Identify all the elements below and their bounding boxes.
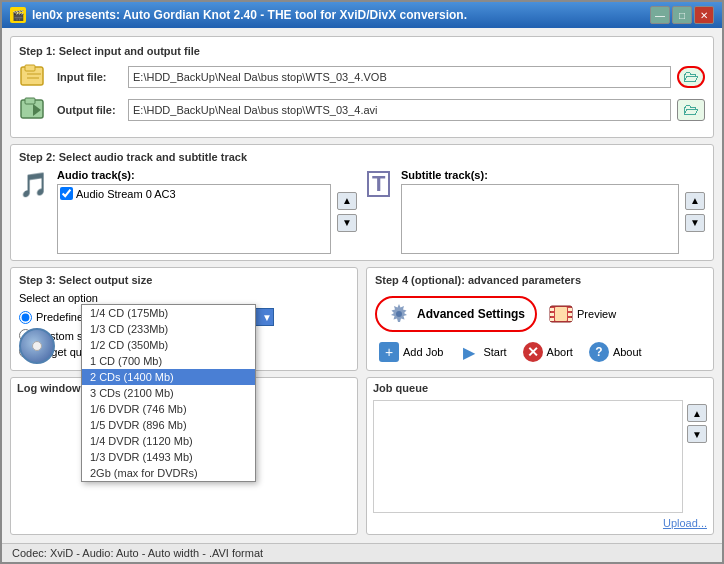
abort-button[interactable]: ✕ Abort: [519, 340, 577, 364]
add-job-label: Add Job: [403, 346, 443, 358]
output-browse-icon: 🗁: [683, 101, 699, 119]
input-file-field[interactable]: [128, 66, 671, 88]
svg-rect-11: [550, 318, 554, 321]
app-icon: 🎬: [10, 7, 26, 23]
step1-title: Step 1: Select input and output file: [19, 45, 705, 57]
subtitle-content: Subtitle track(s):: [401, 169, 679, 254]
subtitle-icon-area: T: [367, 169, 395, 254]
abort-icon: ✕: [523, 342, 543, 362]
audio-track-item: Audio Stream 0 AC3: [60, 187, 328, 200]
close-button[interactable]: ✕: [694, 6, 714, 24]
audio-tracks-label: Audio track(s):: [57, 169, 331, 181]
about-label: About: [613, 346, 642, 358]
queue-list[interactable]: [373, 400, 683, 513]
svg-rect-12: [568, 308, 572, 311]
upload-area: Upload...: [373, 516, 707, 530]
subtitle-tracks-label: Subtitle track(s):: [401, 169, 679, 181]
audio-content: Audio track(s): Audio Stream 0 AC3: [57, 169, 331, 254]
advanced-settings-button[interactable]: Advanced Settings: [375, 296, 537, 332]
disk-icon: [19, 328, 55, 364]
action-row: + Add Job ▶ Start ✕ Abort ? About: [375, 340, 705, 364]
dropdown-option-7[interactable]: 1/6 DVDR (746 Mb): [82, 401, 255, 417]
preview-button[interactable]: Preview: [545, 298, 620, 330]
dropdown-option-4[interactable]: 1 CD (700 Mb): [82, 353, 255, 369]
step3-sublabel: Select an option: [19, 292, 349, 304]
step1-section: Step 1: Select input and output file Inp…: [10, 36, 714, 138]
size-dropdown-overlay: 1/4 CD (175Mb) 1/3 CD (233Mb) 1/2 CD (35…: [81, 304, 256, 482]
window-title: len0x presents: Auto Gordian Knot 2.40 -…: [32, 8, 467, 22]
queue-up-arrow[interactable]: ▲: [687, 404, 707, 422]
subtitle-track-list[interactable]: [401, 184, 679, 254]
svg-rect-5: [25, 98, 35, 104]
audio-up-arrow[interactable]: ▲: [337, 192, 357, 210]
start-button[interactable]: ▶ Start: [455, 340, 510, 364]
output-browse-button[interactable]: 🗁: [677, 99, 705, 121]
start-label: Start: [483, 346, 506, 358]
queue-label: Job queue: [373, 382, 707, 394]
svg-rect-13: [568, 313, 572, 316]
audio-track-checkbox[interactable]: [60, 187, 73, 200]
input-file-icon: [19, 63, 51, 91]
about-icon: ?: [589, 342, 609, 362]
maximize-button[interactable]: □: [672, 6, 692, 24]
add-job-icon: +: [379, 342, 399, 362]
svg-rect-3: [27, 77, 39, 79]
step2-section: Step 2: Select audio track and subtitle …: [10, 144, 714, 261]
dropdown-option-9[interactable]: 1/4 DVDR (1120 Mb): [82, 433, 255, 449]
subtitle-T-icon: T: [367, 171, 390, 197]
step4-title: Step 4 (optional): advanced parameters: [375, 274, 705, 286]
predefined-radio[interactable]: [19, 311, 32, 324]
output-file-label: Output file:: [57, 104, 122, 116]
audio-panel: 🎵 Audio track(s): Audio Stream 0 AC3 ▲: [19, 169, 357, 254]
dropdown-option-1[interactable]: 1/4 CD (175Mb): [82, 305, 255, 321]
step3-4-row: Step 3: Select output size Select an opt…: [10, 267, 714, 371]
svg-rect-1: [25, 65, 35, 71]
input-browse-button[interactable]: 🗁: [677, 66, 705, 88]
disk-inner: [32, 341, 42, 351]
output-file-field[interactable]: [128, 99, 671, 121]
film-icon: [549, 302, 573, 326]
subtitle-nav-arrows: ▲ ▼: [685, 169, 705, 254]
upload-link[interactable]: Upload...: [663, 517, 707, 529]
gear-icon: [387, 302, 411, 326]
subtitle-down-arrow[interactable]: ▼: [685, 214, 705, 232]
queue-section: Job queue ▲ ▼ Upload...: [366, 377, 714, 535]
audio-icon-area: 🎵: [19, 169, 51, 254]
svg-rect-14: [568, 318, 572, 321]
audio-down-arrow[interactable]: ▼: [337, 214, 357, 232]
title-bar-left: 🎬 len0x presents: Auto Gordian Knot 2.40…: [10, 7, 467, 23]
dropdown-option-11[interactable]: 2Gb (max for DVDRs): [82, 465, 255, 481]
about-button[interactable]: ? About: [585, 340, 646, 364]
subtitle-up-arrow[interactable]: ▲: [685, 192, 705, 210]
step3-disk-icon: [19, 328, 55, 364]
start-icon: ▶: [459, 342, 479, 362]
dropdown-option-10[interactable]: 1/3 DVDR (1493 Mb): [82, 449, 255, 465]
preview-label: Preview: [577, 308, 616, 320]
step4-controls: Advanced Settings Pr: [375, 292, 705, 336]
queue-down-arrow[interactable]: ▼: [687, 425, 707, 443]
adv-settings-label: Advanced Settings: [417, 307, 525, 321]
dropdown-option-3[interactable]: 1/2 CD (350Mb): [82, 337, 255, 353]
input-file-label: Input file:: [57, 71, 122, 83]
audio-nav-arrows: ▲ ▼: [337, 169, 357, 254]
queue-arrows: ▲ ▼: [687, 400, 707, 513]
add-job-button[interactable]: + Add Job: [375, 340, 447, 364]
dropdown-option-6[interactable]: 3 CDs (2100 Mb): [82, 385, 255, 401]
queue-inner: ▲ ▼: [373, 400, 707, 513]
main-window: 🎬 len0x presents: Auto Gordian Knot 2.40…: [0, 0, 724, 564]
audio-track-list[interactable]: Audio Stream 0 AC3: [57, 184, 331, 254]
step3-title: Step 3: Select output size: [19, 274, 349, 286]
dropdown-option-2[interactable]: 1/3 CD (233Mb): [82, 321, 255, 337]
step2-title: Step 2: Select audio track and subtitle …: [19, 151, 705, 163]
status-text: Codec: XviD - Audio: Auto - Auto width -…: [12, 547, 263, 559]
title-controls: — □ ✕: [650, 6, 714, 24]
subtitle-panel: T Subtitle track(s): ▲ ▼: [367, 169, 705, 254]
dropdown-option-5[interactable]: 2 CDs (1400 Mb): [82, 369, 255, 385]
svg-rect-10: [550, 313, 554, 316]
input-browse-icon: 🗁: [683, 68, 699, 86]
music-note-icon: 🎵: [19, 171, 49, 199]
input-file-row: Input file: 🗁: [19, 63, 705, 91]
dropdown-option-8[interactable]: 1/5 DVDR (896 Mb): [82, 417, 255, 433]
step2-inner: 🎵 Audio track(s): Audio Stream 0 AC3 ▲: [19, 169, 705, 254]
minimize-button[interactable]: —: [650, 6, 670, 24]
